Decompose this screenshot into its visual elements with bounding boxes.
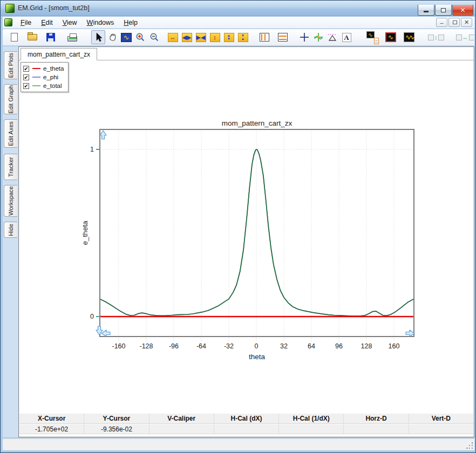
sidebar-tab-hide[interactable]: Hide bbox=[4, 222, 17, 238]
distribute-vertical-button[interactable]: ↕ bbox=[428, 34, 444, 40]
caliper-icon bbox=[327, 32, 338, 43]
svg-text:theta: theta bbox=[249, 353, 266, 361]
expand-x-button[interactable]: ↔ bbox=[166, 30, 180, 44]
select-tool-button[interactable] bbox=[91, 30, 105, 44]
status-col-hcal-1dx: H-Cal (1/dX) bbox=[278, 414, 343, 423]
svg-text:128: 128 bbox=[361, 342, 372, 350]
status-col-horz-d: Horz-D bbox=[343, 414, 408, 423]
widen-y-icon: ▲▼ bbox=[224, 33, 234, 42]
document-area: mom_pattern_cart_zx ✔ e_theta ✔ e_phi ✔ … bbox=[18, 46, 474, 437]
toolbar: ∿ ↔ ◀▶ ▶◀ ↕ ▲▼ ▼▲ A ∿ bbox=[3, 29, 474, 46]
axis-handle-right-icon bbox=[406, 330, 414, 337]
pan-tool-button[interactable] bbox=[105, 30, 119, 44]
sidebar-tab-label: Edit Axes bbox=[8, 121, 14, 146]
menu-windows[interactable]: Windows bbox=[82, 18, 119, 28]
restore-icon bbox=[441, 8, 446, 12]
new-file-button[interactable] bbox=[7, 30, 21, 44]
svg-text:32: 32 bbox=[280, 342, 288, 350]
svg-text:-128: -128 bbox=[139, 342, 153, 350]
axis-handle-up-icon bbox=[100, 131, 106, 139]
tracker-button[interactable] bbox=[311, 30, 325, 44]
svg-text:-64: -64 bbox=[196, 342, 206, 350]
crosshair-icon bbox=[299, 32, 310, 43]
distribute-horizontal-button[interactable]: ↔ bbox=[456, 34, 475, 40]
resize-grip-icon[interactable] bbox=[466, 442, 473, 449]
sidebar-tab-label: Tracker bbox=[8, 157, 14, 177]
vertical-grid-button[interactable] bbox=[257, 30, 271, 44]
status-col-y-cursor: Y-Cursor bbox=[84, 414, 148, 423]
child-minimize-button[interactable]: – bbox=[436, 18, 447, 27]
fit-view-icon: ∿ bbox=[121, 33, 132, 42]
app-window: EM.Grid - [smom_tut2b] ✕ File Edit View … bbox=[0, 0, 476, 453]
close-button[interactable]: ✕ bbox=[452, 5, 473, 16]
widen-y-button[interactable]: ▲▼ bbox=[222, 30, 236, 44]
zoom-out-button[interactable] bbox=[147, 30, 161, 44]
caliper-button[interactable] bbox=[325, 30, 339, 44]
open-file-button[interactable] bbox=[25, 30, 39, 44]
menu-help[interactable]: Help bbox=[119, 18, 142, 28]
widen-x-button[interactable]: ◀▶ bbox=[180, 30, 194, 44]
menu-edit[interactable]: Edit bbox=[36, 18, 58, 28]
box-icon bbox=[469, 35, 475, 40]
expand-y-icon: ↕ bbox=[210, 33, 220, 42]
sidebar-tab-edit-graph[interactable]: Edit Graph bbox=[4, 84, 17, 114]
narrow-y-button[interactable]: ▼▲ bbox=[236, 30, 250, 44]
status-val-hcal-1dx bbox=[278, 424, 343, 434]
cursor-status-bar: X-Cursor Y-Cursor V-Caliper H-Cal (dX) H… bbox=[19, 413, 473, 434]
status-val-y-cursor: -9.356e-02 bbox=[84, 424, 148, 434]
close-icon: ✕ bbox=[460, 6, 465, 14]
save-button[interactable] bbox=[44, 30, 58, 44]
expand-y-button[interactable]: ↕ bbox=[208, 30, 222, 44]
svg-text:0: 0 bbox=[255, 342, 259, 350]
status-val-v-caliper bbox=[149, 424, 214, 434]
narrow-x-button[interactable]: ▶◀ bbox=[194, 30, 208, 44]
minimize-icon bbox=[424, 11, 429, 12]
svg-text:-160: -160 bbox=[112, 342, 125, 350]
status-col-x-cursor: X-Cursor bbox=[19, 414, 84, 423]
svg-text:0: 0 bbox=[90, 313, 94, 320]
menu-view[interactable]: View bbox=[58, 18, 82, 28]
crosshair-button[interactable] bbox=[297, 30, 311, 44]
horizontal-grid-button[interactable] bbox=[276, 30, 290, 44]
edit-axes-icon: ∿∿ bbox=[404, 32, 414, 42]
zoom-in-button[interactable] bbox=[133, 30, 147, 44]
box-icon bbox=[456, 35, 462, 40]
minimize-button[interactable] bbox=[418, 5, 434, 16]
edit-graph-icon: ∿ bbox=[385, 32, 396, 42]
save-icon bbox=[46, 33, 55, 42]
title-bar[interactable]: EM.Grid - [smom_tut2b] ✕ bbox=[1, 1, 476, 16]
status-val-x-cursor: -1.705e+02 bbox=[19, 424, 84, 434]
sidebar-tab-tracker[interactable]: Tracker bbox=[4, 154, 17, 180]
sidebar-tab-edit-axes[interactable]: Edit Axes bbox=[4, 119, 17, 148]
svg-text:1: 1 bbox=[90, 146, 94, 153]
sidebar-tab-workspace[interactable]: Workspace bbox=[4, 185, 17, 217]
status-val-vert-d bbox=[409, 424, 473, 434]
print-button[interactable] bbox=[65, 30, 79, 44]
select-arrow-icon bbox=[94, 32, 103, 42]
child-restore-button[interactable] bbox=[448, 18, 460, 27]
document-icon[interactable] bbox=[4, 18, 12, 26]
text-annotation-button[interactable]: A bbox=[339, 30, 353, 44]
tracker-icon bbox=[313, 32, 324, 43]
restore-button[interactable] bbox=[435, 5, 452, 16]
graph-properties-button[interactable]: ∿ bbox=[365, 30, 379, 44]
sidebar-tab-label: Hide bbox=[8, 224, 14, 236]
app-logo-icon bbox=[5, 4, 15, 13]
sidebar-tab-edit-plots[interactable]: Edit Plots bbox=[4, 51, 17, 79]
menu-bar: File Edit View Windows Help – ✕ bbox=[3, 17, 474, 29]
chart-canvas[interactable]: -160-128-96-64-32032649612816001mom_patt… bbox=[19, 60, 474, 406]
document-tab[interactable]: mom_pattern_cart_zx bbox=[21, 48, 97, 60]
child-close-button[interactable]: ✕ bbox=[461, 18, 472, 27]
widen-x-icon: ◀▶ bbox=[182, 33, 192, 42]
menu-file[interactable]: File bbox=[16, 18, 36, 28]
sidebar-tab-label: Edit Plots bbox=[8, 53, 14, 78]
horizontal-grid-icon bbox=[278, 33, 288, 42]
narrow-y-icon: ▼▲ bbox=[238, 33, 248, 42]
svg-text:e_theta: e_theta bbox=[81, 221, 89, 245]
window-title: EM.Grid - [smom_tut2b] bbox=[18, 4, 90, 12]
fit-view-button[interactable]: ∿ bbox=[119, 30, 133, 44]
edit-graph-button[interactable]: ∿ bbox=[384, 30, 398, 44]
hand-icon bbox=[108, 33, 117, 42]
edit-axes-button[interactable]: ∿∿ bbox=[402, 30, 416, 44]
narrow-x-icon: ▶◀ bbox=[196, 33, 206, 42]
